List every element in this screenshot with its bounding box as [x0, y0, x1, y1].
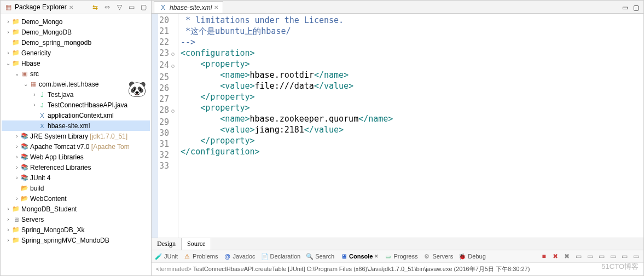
tree-twisty-icon[interactable]: › — [14, 133, 20, 139]
tree-twisty-icon[interactable]: › — [14, 175, 20, 181]
console-action-icon[interactable]: ✖ — [551, 252, 560, 261]
tree-twisty-icon[interactable]: › — [5, 29, 11, 35]
tree-twisty-icon[interactable]: › — [5, 19, 11, 25]
tree-node[interactable]: 📂build — [2, 183, 150, 193]
tree-node[interactable]: ›📁MongoDB_Student — [2, 204, 150, 214]
tree-node-label: src — [30, 70, 39, 78]
srv-icon: 🖥 — [11, 215, 20, 224]
tree-node-label: JRE System Library [jdk1.7.0_51] — [30, 133, 127, 140]
tree-twisty-icon[interactable]: › — [14, 143, 20, 150]
java-icon: J — [38, 101, 47, 110]
tree-node[interactable]: ›📁Spring_springMVC_MondoDB — [2, 235, 150, 245]
tree-node[interactable]: ›📚JUnit 4 — [2, 173, 150, 183]
tree-twisty-icon[interactable]: ⌄ — [5, 60, 11, 66]
bottom-tab-label: Progress — [393, 253, 417, 260]
project-tree[interactable]: 🐼 ›📁Demo_Mongo›📁Demo_MongoDB📁Demo_spring… — [1, 14, 151, 275]
tree-twisty-icon[interactable]: › — [14, 164, 20, 170]
bottom-tab-label: Debug — [468, 253, 485, 260]
tree-twisty-icon[interactable]: › — [31, 91, 38, 97]
tree-node-label: Spring_springMVC_MondoDB — [21, 237, 109, 244]
source-editor[interactable]: 20212223⊖24⊖25262728⊖2930313233 * limita… — [152, 14, 643, 238]
view-menu-icon[interactable]: ▽ — [115, 3, 124, 12]
tree-node[interactable]: ›📚Web App Libraries — [2, 152, 150, 162]
bottom-tab-progress[interactable]: ▭Progress — [384, 252, 417, 260]
problems-icon: ⚠ — [183, 252, 191, 260]
tree-node[interactable]: XapplicationContext.xml — [2, 110, 150, 120]
console-action-icon[interactable]: ▭ — [620, 252, 629, 261]
tree-node-detail: [jdk1.7.0_51] — [88, 133, 127, 140]
bottom-tab-debug[interactable]: 🐞Debug — [459, 252, 485, 260]
tree-node[interactable]: ›📁Demo_MongoDB — [2, 27, 150, 37]
console-action-icon[interactable]: ✖ — [562, 252, 571, 261]
tree-node[interactable]: ⌄📁Hbase — [2, 58, 150, 68]
tree-twisty-icon[interactable]: › — [5, 50, 11, 56]
tree-twisty-icon[interactable]: › — [14, 154, 20, 160]
src-icon: ▣ — [20, 70, 29, 78]
bottom-tab-declaration[interactable]: 📄Declaration — [261, 252, 301, 260]
tree-twisty-icon[interactable]: › — [5, 216, 11, 222]
design-tab[interactable]: Design — [152, 238, 182, 250]
console-action-icon[interactable]: ▭ — [585, 252, 594, 261]
proj-icon: 📁 — [11, 28, 20, 37]
minimize-editor-icon[interactable]: ▭ — [620, 3, 629, 12]
tree-node[interactable]: ›📚JRE System Library [jdk1.7.0_51] — [2, 131, 150, 141]
bottom-tab-servers[interactable]: ⚙Servers — [423, 252, 453, 260]
link-editor-icon[interactable]: ⇔ — [103, 3, 112, 12]
tree-node[interactable]: ›🖥Servers — [2, 214, 150, 225]
jar-icon: 📚 — [20, 132, 29, 141]
tree-node-label: MongoDB_Student — [21, 205, 77, 213]
console-action-icon[interactable]: ▭ — [574, 252, 583, 261]
tree-node[interactable]: ›📁Spring_MongoDB_Xk — [2, 225, 150, 235]
tree-node-label: TestConnectHbaseAPI.java — [48, 101, 127, 109]
console-output[interactable]: <terminated> TestConnectHbaseAPI.createT… — [152, 263, 643, 275]
editor-tab-hbase-site[interactable]: X hbase-site.xml ✕ — [154, 1, 223, 13]
close-tab-icon[interactable]: ✕ — [214, 4, 218, 10]
maximize-editor-icon[interactable]: ▢ — [631, 3, 640, 12]
source-tab[interactable]: Source — [182, 238, 211, 250]
tree-node[interactable]: ›JTestConnectHbaseAPI.java — [2, 100, 150, 110]
tree-node[interactable]: ⌄▣src — [2, 68, 150, 79]
console-action-icon[interactable]: ▭ — [631, 252, 640, 261]
console-action-icon[interactable]: ■ — [539, 252, 548, 261]
line-numbers: 20212223⊖24⊖25262728⊖2930313233 — [158, 14, 178, 238]
tree-twisty-icon[interactable]: › — [5, 237, 11, 243]
maximize-view-icon[interactable]: ▢ — [139, 3, 148, 12]
tree-twisty-icon[interactable]: ⌄ — [22, 81, 29, 87]
pkg-icon: ▦ — [29, 80, 38, 89]
java-icon: J — [38, 90, 47, 99]
close-tab-icon[interactable]: ✕ — [374, 254, 379, 259]
tree-node[interactable]: 📁Demo_spring_mongodb — [2, 37, 150, 48]
editor-area: X hbase-site.xml ✕ ▭ ▢ 20212223⊖24⊖25262… — [152, 0, 644, 276]
tree-node[interactable]: ›📚Apache Tomcat v7.0 [Apache Tom — [2, 141, 150, 152]
tree-node[interactable]: ›📁Demo_Mongo — [2, 16, 150, 27]
tree-node-label: WebContent — [30, 195, 67, 203]
tree-twisty-icon[interactable]: › — [5, 206, 11, 212]
bottom-tab-search[interactable]: 🔍Search — [306, 252, 334, 260]
tree-node-label: Demo_MongoDB — [21, 28, 72, 36]
tree-node[interactable]: Xhbase-site.xml — [2, 120, 150, 131]
tree-twisty-icon[interactable]: › — [5, 227, 11, 233]
tree-twisty-icon[interactable]: › — [31, 102, 38, 108]
tree-twisty-icon[interactable]: ⌄ — [14, 71, 20, 77]
collapse-all-icon[interactable]: ⇆ — [91, 3, 100, 12]
code-content[interactable]: * limitations under the License. *这个是ubu… — [178, 14, 643, 238]
sidebar-title: Package Explorer — [15, 3, 67, 11]
tree-node[interactable]: ›📂WebContent — [2, 193, 150, 204]
bottom-tab-problems[interactable]: ⚠Problems — [183, 252, 218, 260]
console-action-icon[interactable]: ▭ — [608, 252, 617, 261]
bottom-tab-junit[interactable]: 🧪JUnit — [155, 252, 178, 260]
minimize-view-icon[interactable]: ▭ — [127, 3, 136, 12]
tree-node[interactable]: ›📚Referenced Libraries — [2, 162, 150, 173]
tree-node[interactable]: ›📁Genericity — [2, 48, 150, 58]
close-view-icon[interactable]: ✕ — [69, 4, 73, 10]
marker-gutter — [152, 14, 158, 238]
tree-node-label: Demo_spring_mongodb — [21, 39, 91, 47]
bottom-tab-console[interactable]: 🖥Console ✕ — [340, 252, 379, 260]
tree-node-label: Apache Tomcat v7.0 [Apache Tom — [30, 143, 130, 151]
console-action-icon[interactable]: ▭ — [597, 252, 606, 261]
proj-icon: 📁 — [11, 49, 20, 58]
tree-node-label: Test.java — [48, 91, 73, 99]
tree-twisty-icon[interactable]: › — [14, 196, 20, 202]
tree-node-detail: [Apache Tom — [90, 143, 130, 151]
bottom-tab-javadoc[interactable]: @Javadoc — [224, 252, 256, 260]
